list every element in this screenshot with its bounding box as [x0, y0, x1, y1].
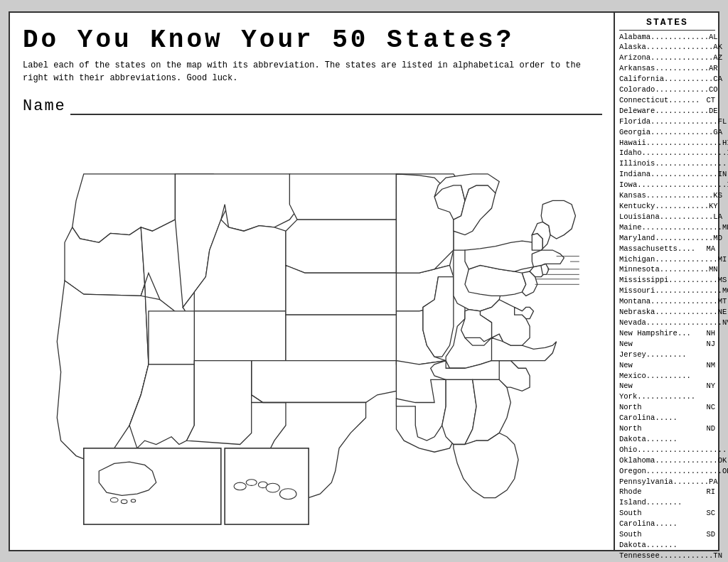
state-name: Nebraska.............. [619, 307, 718, 318]
state-list-item: South Dakota.......SD [619, 529, 715, 551]
state-list-item: Tennessee............TN [619, 551, 715, 561]
state-abbr: NJ [701, 339, 715, 360]
svg-point-54 [234, 482, 246, 490]
state-name: Minnesota........... [619, 264, 709, 275]
state-list-item: Oklahoma..............OK [619, 455, 715, 466]
state-abbr: ME [722, 222, 728, 233]
state-name: Ohio..................... [619, 445, 728, 455]
state-list-item: Mississippi...........MS [619, 275, 715, 286]
state-abbr: MA [701, 244, 715, 254]
state-abbr: SD [701, 529, 715, 551]
state-list-item: Idaho...................ID [619, 148, 715, 158]
state-name: Tennessee............ [619, 551, 713, 561]
state-list-item: New York.............NY [619, 381, 715, 402]
name-underline[interactable] [70, 98, 602, 115]
state-name: Maine.................. [619, 222, 722, 233]
state-name: Illinois................. [619, 158, 728, 169]
state-list-item: New Jersey.........NJ [619, 339, 715, 360]
state-list-item: Michigan..............MI [619, 254, 715, 265]
state-abbr: MD [713, 233, 722, 244]
svg-marker-10 [187, 360, 252, 444]
svg-marker-44 [532, 250, 564, 267]
state-list-item: Alabama.............AL [619, 32, 715, 43]
state-list-item: Ohio.....................OH [619, 445, 715, 455]
state-list-item: Nevada.................NV [619, 318, 715, 328]
state-abbr: FL [718, 117, 727, 127]
state-list-item: Minnesota...........MN [619, 264, 715, 275]
state-name: Arizona.............. [619, 53, 713, 63]
svg-marker-11 [289, 173, 396, 219]
svg-marker-12 [286, 220, 396, 273]
state-name: Georgia.............. [619, 127, 713, 138]
state-name: North Dakota....... [619, 423, 701, 445]
state-list-item: Arizona..............AZ [619, 53, 715, 63]
state-list-item: North Carolina.....NC [619, 402, 715, 423]
state-name: Idaho................... [619, 148, 727, 158]
state-abbr: MO [722, 286, 728, 296]
state-abbr: NE [718, 307, 727, 318]
state-abbr: AZ [713, 53, 722, 63]
state-name: Pennsylvania........ [619, 477, 709, 487]
state-list-item: Kansas...............KS [619, 190, 715, 201]
state-list-item: New Mexico..........NM [619, 360, 715, 382]
state-abbr: IN [718, 169, 727, 180]
state-abbr: NH [701, 328, 715, 339]
svg-point-52 [131, 499, 135, 502]
state-name: New Jersey......... [619, 339, 701, 360]
state-name: Iowa.................... [619, 180, 727, 190]
state-name: Louisiana............ [619, 212, 713, 222]
state-list-item: South Carolina.....SC [619, 508, 715, 529]
state-abbr: CA [713, 74, 722, 85]
state-name: New York............. [619, 381, 701, 402]
state-name: North Carolina..... [619, 402, 701, 423]
state-list-item: Connecticut.......CT [619, 95, 715, 106]
page-title: Do You Know Your 50 States? [23, 26, 602, 55]
state-name: Kansas............... [619, 190, 713, 201]
state-abbr: GA [713, 127, 722, 138]
state-name: Alabama............. [619, 32, 709, 43]
state-abbr: SC [701, 508, 715, 529]
state-list-item: Missouri...............MO [619, 286, 715, 296]
state-name: Oklahoma.............. [619, 455, 718, 466]
state-list-item: California...........CA [619, 74, 715, 85]
state-name: California........... [619, 74, 713, 85]
svg-marker-49 [99, 462, 156, 495]
state-abbr: PA [709, 477, 718, 487]
state-list-item: Hawaii.................HI [619, 138, 715, 148]
state-name: South Dakota....... [619, 529, 701, 551]
us-map-area [23, 125, 602, 543]
state-list-item: Maine..................ME [619, 222, 715, 233]
state-abbr: MN [709, 264, 718, 275]
state-abbr: NM [701, 360, 715, 382]
state-name: Kentucky............ [619, 201, 709, 212]
state-name: Missouri............... [619, 286, 722, 296]
state-abbr: NV [722, 318, 728, 328]
svg-marker-8 [149, 310, 194, 364]
sidebar-title: STATES [619, 17, 715, 31]
state-list-item: Kentucky............KY [619, 201, 715, 212]
state-name: Rhode Island........ [619, 487, 701, 508]
state-name: South Carolina..... [619, 508, 701, 529]
svg-marker-1 [65, 227, 145, 296]
state-abbr: ND [701, 423, 715, 445]
state-abbr: OK [718, 455, 727, 466]
state-abbr: HI [722, 138, 728, 148]
state-list-item: Illinois.................IL [619, 158, 715, 169]
svg-point-58 [279, 488, 296, 499]
name-label: Name [23, 97, 66, 115]
instructions-text: Label each of the states on the map with… [23, 59, 602, 85]
state-name: Nevada................. [619, 318, 722, 328]
us-map-svg [23, 125, 602, 543]
state-list-item: Montana...............MT [619, 296, 715, 307]
state-abbr: LA [713, 212, 722, 222]
state-name: Indiana............... [619, 169, 718, 180]
state-name: Deleware............ [619, 106, 709, 117]
state-list-item: Indiana...............IN [619, 169, 715, 180]
svg-marker-15 [252, 360, 397, 402]
state-name: Connecticut....... [619, 95, 701, 106]
svg-marker-7 [194, 310, 286, 360]
state-abbr: MT [718, 296, 727, 307]
state-name: Mississippi........... [619, 275, 718, 286]
state-name: New Mexico.......... [619, 360, 701, 382]
svg-point-57 [266, 483, 279, 492]
